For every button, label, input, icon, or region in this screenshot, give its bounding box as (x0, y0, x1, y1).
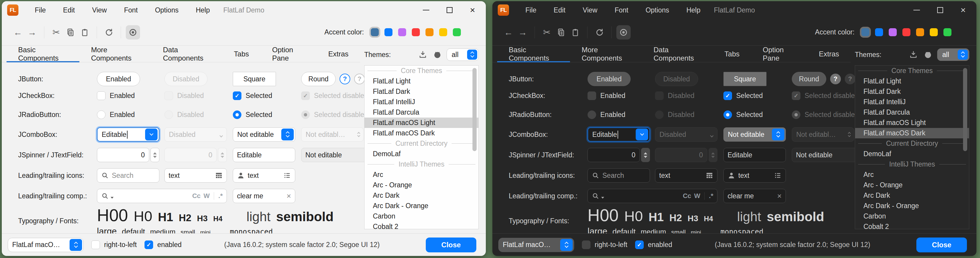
accent-swatch-orange[interactable] (425, 28, 434, 36)
menu-file[interactable]: File (26, 6, 54, 14)
tab-data-components[interactable]: Data Components (642, 46, 713, 62)
theme-item[interactable]: Arc (364, 169, 479, 180)
tab-extras[interactable]: Extras (317, 46, 360, 62)
combobox-not-editable[interactable]: Not editable (724, 127, 786, 142)
accent-swatch-purple[interactable] (398, 28, 406, 36)
checkbox-selected[interactable]: ✓Selected (233, 92, 272, 100)
radio-selected[interactable]: Selected (724, 111, 763, 119)
combobox-updown-button[interactable] (772, 128, 784, 141)
spinner-arrows[interactable] (641, 148, 650, 162)
clearable-input[interactable]: clear me × (233, 189, 295, 203)
theme-item[interactable]: DemoLaf (855, 149, 969, 159)
theme-item[interactable]: FlatLaf IntelliJ (364, 97, 479, 107)
regex-toggle[interactable]: .* (709, 192, 713, 200)
accent-swatch-red[interactable] (902, 28, 910, 36)
radio-icon[interactable] (97, 111, 105, 119)
accent-swatch-purple[interactable] (889, 28, 897, 36)
cut-icon[interactable]: ✂ (49, 25, 63, 40)
theme-item[interactable]: FlatLaf Light (855, 76, 969, 86)
themes-list[interactable]: Core Themes FlatLaf Light FlatLaf Dark F… (855, 65, 969, 229)
combobox-updown-button[interactable] (958, 49, 968, 60)
copy-icon[interactable] (554, 25, 568, 40)
radio-enabled[interactable]: Enabled (587, 111, 625, 119)
forward-icon[interactable]: → (25, 25, 39, 40)
radio-icon[interactable] (587, 111, 596, 119)
spinner-field[interactable]: 0 (587, 148, 640, 162)
close-icon[interactable]: × (960, 6, 966, 14)
text-input-user[interactable]: text (724, 168, 786, 183)
theme-item-selected[interactable]: FlatLaf macOS Dark (855, 128, 969, 138)
square-button[interactable]: Square (233, 72, 276, 86)
checkbox-checked-icon[interactable]: ✓ (145, 241, 153, 249)
theme-item[interactable]: FlatLaf Darcula (364, 107, 479, 117)
theme-item[interactable]: FlatLaf macOS Light (855, 117, 969, 128)
laf-combobox[interactable]: FlatLaf macOS D... (498, 238, 574, 252)
paste-icon[interactable] (568, 25, 582, 40)
theme-item[interactable]: Arc (855, 169, 969, 180)
checkbox-icon[interactable] (587, 92, 596, 100)
regex-toggle[interactable]: .* (218, 192, 223, 200)
checkbox-icon[interactable] (91, 241, 100, 249)
theme-item[interactable]: Arc - Orange (364, 180, 479, 190)
accent-swatch-blue[interactable] (875, 28, 883, 36)
chevron-down-icon[interactable] (111, 197, 114, 199)
theme-item[interactable]: DemoLaf (364, 149, 479, 159)
paste-icon[interactable] (78, 25, 92, 40)
checkbox-icon[interactable] (97, 92, 105, 100)
github-icon[interactable] (433, 50, 442, 59)
table-icon[interactable] (215, 172, 223, 179)
maximize-icon[interactable] (447, 7, 453, 13)
help-button[interactable]: ? (830, 74, 841, 84)
theme-item[interactable]: Arc - Orange (855, 180, 969, 190)
checkbox-icon[interactable] (582, 241, 590, 249)
scrollbar-thumb[interactable] (473, 68, 477, 151)
theme-item[interactable]: Arc Dark (364, 190, 479, 201)
whole-word-toggle[interactable]: W (204, 192, 210, 200)
menu-help[interactable]: Help (187, 6, 218, 14)
table-icon[interactable] (706, 172, 713, 179)
theme-item[interactable]: FlatLaf IntelliJ (855, 97, 969, 107)
whole-word-toggle[interactable]: W (694, 192, 700, 200)
spinner-field[interactable]: 0 (97, 148, 149, 162)
theme-item[interactable]: Cobalt 2 (364, 222, 479, 229)
enabled-button[interactable]: Enabled (587, 72, 631, 86)
checkbox-enabled[interactable]: Enabled (97, 92, 135, 100)
chevron-down-icon[interactable] (601, 197, 604, 199)
theme-item[interactable]: FlatLaf Light (364, 76, 479, 86)
menu-font[interactable]: Font (115, 6, 146, 14)
checkbox-checked-icon[interactable]: ✓ (635, 241, 644, 249)
text-input-calendar[interactable]: text (164, 168, 227, 183)
theme-item-selected[interactable]: FlatLaf macOS Light (364, 117, 479, 128)
radio-selected-icon[interactable] (233, 111, 242, 119)
enabled-checkbox[interactable]: ✓enabled (145, 241, 182, 249)
checkbox-checked-icon[interactable]: ✓ (724, 92, 732, 100)
tab-basic-components[interactable]: Basic Components (6, 46, 80, 62)
themes-filter-combobox[interactable]: all (447, 48, 479, 61)
close-icon[interactable]: × (470, 6, 475, 14)
combobox-updown-button[interactable] (467, 49, 477, 60)
radio-selected-icon[interactable] (724, 111, 732, 119)
checkbox-checked-icon[interactable]: ✓ (233, 92, 242, 100)
tab-more-components[interactable]: More Components (80, 46, 151, 62)
round-button[interactable]: Round (792, 72, 826, 86)
textfield-editable[interactable]: Editable (233, 148, 295, 162)
match-case-toggle[interactable]: Cc (192, 192, 200, 200)
textfield-editable[interactable]: Editable (724, 148, 786, 162)
download-icon[interactable] (418, 51, 427, 59)
menu-view[interactable]: View (84, 6, 115, 14)
checkbox-selected[interactable]: ✓Selected (724, 92, 763, 100)
accent-swatch-red[interactable] (412, 28, 420, 36)
accent-swatch-yellow[interactable] (930, 28, 938, 36)
search-input-advanced[interactable]: Cc W .* (587, 189, 718, 203)
checkbox-enabled[interactable]: Enabled (587, 92, 625, 100)
accent-swatch-default[interactable] (861, 28, 869, 36)
cut-icon[interactable]: ✂ (540, 25, 554, 40)
menu-view[interactable]: View (574, 6, 606, 14)
forward-icon[interactable]: → (515, 25, 530, 40)
download-icon[interactable] (909, 51, 918, 59)
enabled-button[interactable]: Enabled (97, 72, 140, 86)
enabled-checkbox[interactable]: ✓enabled (635, 241, 672, 249)
accent-swatch-yellow[interactable] (439, 28, 447, 36)
close-button[interactable]: Close (426, 237, 476, 252)
search-input[interactable]: Search (97, 168, 159, 183)
